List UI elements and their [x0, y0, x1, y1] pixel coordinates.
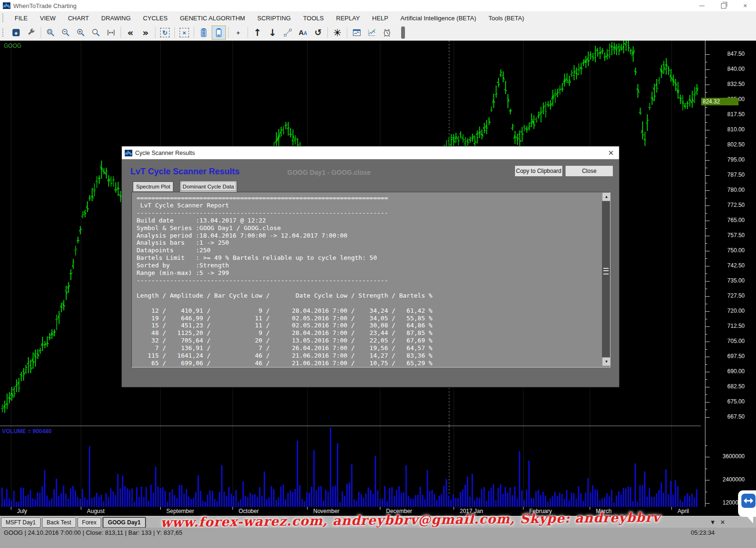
- chart-tab-back-test[interactable]: Back Test: [42, 517, 76, 528]
- chart-tab-msft-day1[interactable]: MSFT Day1: [1, 517, 41, 528]
- scroll-left-button[interactable]: «: [123, 26, 137, 40]
- zoom-window-button[interactable]: [43, 26, 58, 40]
- arrow-down-button[interactable]: ↓: [266, 26, 280, 40]
- watermark-collapse-button[interactable]: ▼: [710, 519, 716, 526]
- alarm-button[interactable]: [380, 26, 394, 40]
- status-time: 05:23:34: [691, 529, 715, 536]
- teamviewer-icon[interactable]: [741, 494, 756, 508]
- line-chart-button[interactable]: [365, 26, 379, 40]
- volume-pane[interactable]: [0, 426, 701, 507]
- price-axis-label: 787.50: [712, 171, 745, 178]
- scrollbar-grip[interactable]: [603, 268, 609, 274]
- close-button[interactable]: ×: [734, 0, 756, 11]
- menu-item-tools[interactable]: TOOLS: [297, 15, 330, 22]
- spider-button[interactable]: [330, 26, 344, 40]
- dialog-tab-dominant-cycle-data[interactable]: Dominant Cycle Data: [180, 180, 238, 192]
- zoom-in-button[interactable]: [74, 26, 88, 40]
- arrow-up-button[interactable]: ↑: [250, 26, 265, 40]
- select-refresh-button[interactable]: ↻: [158, 26, 172, 40]
- price-axis-label: 705.00: [712, 338, 745, 344]
- history-icon: ↺: [314, 28, 321, 37]
- menu-item-drawing[interactable]: DRAWING: [95, 15, 137, 22]
- menu-item-chart[interactable]: CHART: [62, 15, 95, 22]
- toolbar-separator: [327, 27, 328, 38]
- toolbar-separator: [120, 27, 121, 38]
- price-axis-label: 847.50: [712, 51, 745, 57]
- price-axis-label: 697.50: [712, 353, 745, 360]
- wrench-button[interactable]: [24, 26, 38, 40]
- menu-item-file[interactable]: FILE: [9, 15, 34, 22]
- price-axis-label: 832.50: [712, 81, 745, 87]
- scroll-up-icon[interactable]: ▲: [602, 192, 610, 201]
- zoom-out-button[interactable]: [59, 26, 73, 40]
- price-axis-label: 840.00: [712, 66, 745, 72]
- menu-item-replay[interactable]: REPLAY: [330, 15, 366, 22]
- watermark-close-button[interactable]: ✕: [720, 519, 725, 526]
- dialog-heading: LvT Cycle Scanner Results: [130, 167, 240, 177]
- toolbar-drag-grip[interactable]: [2, 28, 5, 37]
- month-label: October: [239, 508, 259, 514]
- menu-item-tools-beta-[interactable]: Tools (BETA): [482, 15, 531, 22]
- menu-item-artificial-intelligence-beta-[interactable]: Artificial Intelligence (BETA): [395, 15, 482, 22]
- last-price-tag: 824.32: [701, 98, 739, 105]
- scroll-right-button[interactable]: »: [138, 26, 153, 40]
- font-button[interactable]: AA: [296, 26, 310, 40]
- zoom-search-button[interactable]: [89, 26, 103, 40]
- trendline-button[interactable]: [281, 26, 295, 40]
- plus-button[interactable]: +: [231, 26, 245, 40]
- volume-readout-label: VOLUME = 900480: [2, 428, 52, 435]
- menu-item-scripting[interactable]: SCRIPTING: [251, 15, 297, 22]
- zoom-window-icon: [46, 28, 55, 37]
- price-axis-label: 690.00: [712, 368, 745, 375]
- svg-text:★: ★: [14, 31, 18, 36]
- menu-drag-grip[interactable]: [2, 14, 5, 22]
- indicator-window-button[interactable]: [350, 26, 364, 40]
- report-scrollbar[interactable]: ▲ ▼: [602, 192, 610, 366]
- remote-control-bubble[interactable]: [738, 490, 756, 517]
- scroll-down-icon[interactable]: ▼: [602, 357, 610, 366]
- price-axis-label: 720.00: [712, 308, 745, 314]
- chart-tab-forex[interactable]: Forex: [77, 517, 102, 528]
- zoom-in-icon: [76, 28, 86, 37]
- chart-tab-goog-day1[interactable]: GOOG Day1: [103, 517, 146, 528]
- dialog-close-icon[interactable]: ✕: [603, 149, 619, 157]
- bar-spacing-button[interactable]: [104, 26, 118, 40]
- price-axis-label: 735.00: [712, 277, 745, 284]
- price-axis-label: 810.00: [712, 126, 745, 133]
- select-delete-icon: ×: [180, 28, 189, 37]
- scroll-right-icon: »: [143, 28, 149, 37]
- month-label: August: [87, 508, 104, 514]
- battery-empty-button[interactable]: [212, 26, 226, 40]
- copy-to-clipboard-button[interactable]: Copy to Clipboard: [515, 165, 563, 177]
- new-chart-icon: ★: [11, 28, 21, 37]
- menu-item-genetic-algorithm[interactable]: GENETIC ALGORITHM: [174, 15, 251, 22]
- indicator-window-icon: [352, 28, 361, 37]
- price-axis-label: 772.50: [712, 202, 745, 208]
- history-button[interactable]: ↺: [311, 26, 325, 40]
- dialog-titlebar[interactable]: Cycle Scanner Results ✕: [122, 146, 619, 159]
- dialog-tab-spectrum-plot[interactable]: Spectrum Plot: [133, 181, 173, 191]
- price-axis-label: 802.50: [712, 141, 745, 148]
- toolbar-overflow-handle[interactable]: [401, 26, 405, 39]
- price-axis-label: 750.00: [712, 247, 745, 254]
- spider-icon: [333, 28, 342, 37]
- trendline-icon: [283, 28, 292, 37]
- wrench-icon: [26, 28, 36, 37]
- battery-full-button[interactable]: [197, 26, 211, 40]
- zoom-search-icon: [91, 28, 101, 37]
- menu-item-help[interactable]: HELP: [366, 15, 395, 22]
- battery-empty-icon: [214, 28, 223, 37]
- toolbar-separator: [155, 27, 155, 38]
- price-axis-label: 757.50: [712, 232, 745, 239]
- dialog-close-button[interactable]: Close: [565, 165, 613, 177]
- menu-item-view[interactable]: VIEW: [34, 15, 61, 22]
- select-delete-button[interactable]: ×: [177, 26, 191, 40]
- new-chart-button[interactable]: ★: [9, 26, 23, 40]
- minimize-button[interactable]: [691, 0, 713, 11]
- volume-axis-label: 2400000: [712, 476, 745, 483]
- restore-button[interactable]: [713, 0, 734, 11]
- pane-separator[interactable]: [0, 426, 701, 426]
- menu-item-cycles[interactable]: CYCLES: [137, 15, 174, 22]
- month-label: July: [17, 508, 27, 514]
- app-logo-icon: [3, 2, 10, 9]
